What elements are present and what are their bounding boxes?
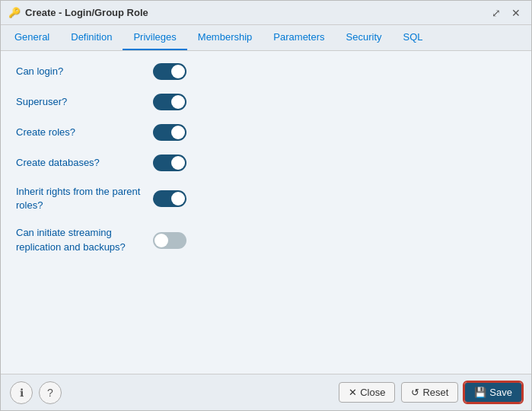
info-button[interactable]: ℹ: [10, 381, 33, 404]
window-icon: 🔑: [8, 7, 21, 19]
main-window: 🔑 Create - Login/Group Role ⤢ ✕ General …: [0, 0, 532, 411]
can-login-toggle[interactable]: [153, 63, 186, 80]
toggle-row-superuser: Superuser?: [16, 94, 516, 110]
info-icon: ℹ: [20, 387, 24, 399]
toggle-row-streaming-replication: Can initiate streaming replication and b…: [16, 226, 516, 253]
create-roles-toggle[interactable]: [153, 124, 186, 141]
help-icon: ?: [47, 387, 53, 399]
toggle-row-inherit-rights: Inherit rights from the parent roles?: [16, 185, 516, 212]
save-icon: 💾: [474, 387, 486, 398]
reset-label: Reset: [422, 387, 448, 398]
create-roles-slider[interactable]: [153, 124, 186, 141]
footer-right: ✕ Close ↺ Reset 💾 Save: [339, 382, 522, 403]
streaming-replication-toggle[interactable]: [153, 232, 186, 249]
create-databases-toggle[interactable]: [153, 155, 186, 171]
maximize-button[interactable]: ⤢: [489, 5, 504, 21]
create-databases-label: Create databases?: [16, 156, 145, 170]
streaming-replication-label: Can initiate streaming replication and b…: [16, 226, 145, 253]
tab-general[interactable]: General: [4, 25, 60, 50]
can-login-label: Can login?: [16, 65, 145, 78]
tab-security[interactable]: Security: [336, 25, 393, 50]
reset-icon: ↺: [411, 387, 419, 398]
inherit-rights-label: Inherit rights from the parent roles?: [16, 185, 145, 212]
streaming-replication-slider[interactable]: [153, 232, 186, 249]
footer: ℹ ? ✕ Close ↺ Reset 💾 Save: [1, 374, 531, 410]
superuser-slider[interactable]: [153, 94, 186, 110]
superuser-label: Superuser?: [16, 95, 145, 109]
reset-button[interactable]: ↺ Reset: [401, 382, 458, 403]
tab-parameters[interactable]: Parameters: [263, 25, 335, 50]
tab-membership[interactable]: Membership: [187, 25, 263, 50]
footer-left: ℹ ?: [10, 381, 62, 404]
create-databases-slider[interactable]: [153, 155, 186, 171]
superuser-toggle[interactable]: [153, 94, 186, 110]
tab-definition[interactable]: Definition: [60, 25, 123, 50]
tab-sql[interactable]: SQL: [393, 25, 434, 50]
toggle-row-create-roles: Create roles?: [16, 124, 516, 141]
close-label: Close: [360, 387, 385, 398]
save-label: Save: [489, 387, 512, 398]
title-bar: 🔑 Create - Login/Group Role ⤢ ✕: [1, 1, 531, 25]
window-title: Create - Login/Group Role: [25, 7, 148, 18]
can-login-slider[interactable]: [153, 63, 186, 80]
close-window-button[interactable]: ✕: [508, 5, 524, 21]
save-button[interactable]: 💾 Save: [464, 382, 522, 403]
title-bar-left: 🔑 Create - Login/Group Role: [8, 7, 148, 19]
inherit-rights-slider[interactable]: [153, 190, 186, 207]
tab-content: Can login? Superuser? Create roles? Crea…: [1, 51, 531, 374]
help-button[interactable]: ?: [39, 381, 62, 404]
close-button[interactable]: ✕ Close: [339, 382, 395, 403]
toggle-row-can-login: Can login?: [16, 63, 516, 80]
create-roles-label: Create roles?: [16, 126, 145, 139]
tab-privileges[interactable]: Privileges: [123, 25, 186, 50]
tab-bar: General Definition Privileges Membership…: [1, 25, 531, 51]
close-icon: ✕: [349, 387, 357, 398]
toggle-row-create-databases: Create databases?: [16, 155, 516, 171]
inherit-rights-toggle[interactable]: [153, 190, 186, 207]
title-bar-controls: ⤢ ✕: [489, 5, 524, 21]
